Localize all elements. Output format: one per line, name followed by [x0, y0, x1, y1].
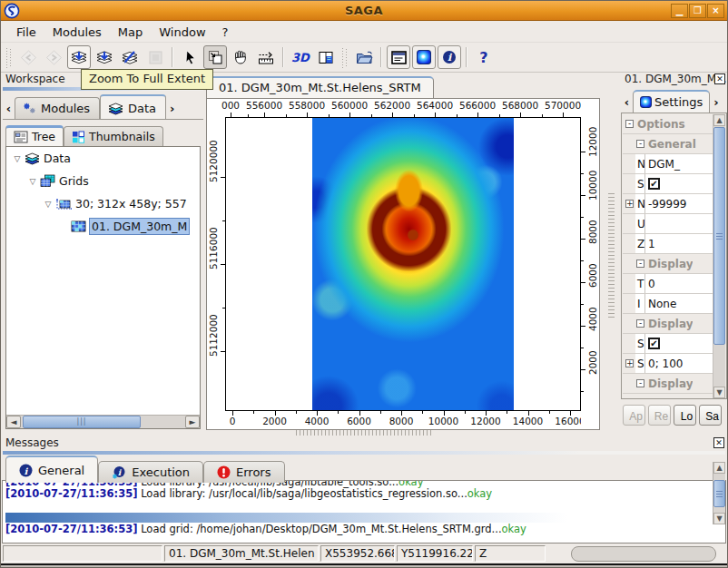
tab-errors[interactable]: Errors: [203, 461, 284, 483]
vertical-splitter[interactable]: [603, 73, 620, 435]
expander-icon[interactable]: ▽: [43, 200, 54, 209]
edit-layers-button[interactable]: [118, 45, 142, 69]
tree-item[interactable]: ▽Data: [6, 147, 200, 170]
close-button[interactable]: ×: [707, 4, 724, 18]
print-map-button[interactable]: [314, 45, 338, 69]
tabs-scroll-left[interactable]: ‹: [621, 95, 633, 113]
property-value[interactable]: 0; 100: [645, 357, 713, 370]
settings-row[interactable]: T0: [623, 274, 713, 294]
property-value[interactable]: -99999: [645, 198, 713, 211]
nav-forward-button[interactable]: [42, 45, 65, 69]
settings-row[interactable]: +S0; 100: [623, 354, 713, 374]
close-pane-icon[interactable]: ✕: [713, 437, 724, 448]
settings-section[interactable]: -Display: [623, 314, 713, 334]
settings-button-re[interactable]: Re: [648, 405, 671, 426]
checkbox-checked[interactable]: ✔: [648, 338, 660, 349]
menu-item-map[interactable]: Map: [110, 24, 151, 41]
horizontal-splitter[interactable]: [1, 429, 727, 436]
map-canvas[interactable]: [225, 117, 581, 411]
settings-section[interactable]: -Options: [623, 114, 713, 134]
settings-section[interactable]: -General: [623, 134, 713, 154]
scroll-right-button[interactable]: ►: [185, 416, 200, 428]
pan-hand-button[interactable]: [229, 45, 252, 69]
workspace-tabs-scroll-left[interactable]: ‹: [3, 102, 15, 119]
settings-button-ap[interactable]: Ap: [623, 405, 645, 426]
property-value[interactable]: 0: [645, 278, 713, 290]
zoom-full-extent-button[interactable]: [67, 45, 91, 69]
map-tab[interactable]: 01. DGM_30m_Mt.St.Helens_SRTM: [206, 76, 434, 98]
dem-mt-st-helens[interactable]: [312, 117, 514, 411]
tab-general[interactable]: iGeneral: [5, 455, 98, 483]
scrollbar-thumb[interactable]: [713, 480, 725, 507]
scroll-up-button[interactable]: ▲: [713, 462, 725, 474]
menu-item-modules[interactable]: Modules: [44, 24, 110, 41]
property-value[interactable]: ✔: [645, 338, 713, 349]
property-value[interactable]: ✔: [645, 178, 713, 190]
tab-execution[interactable]: iExecution: [98, 461, 203, 483]
toolbar-gripper[interactable]: [342, 46, 348, 68]
settings-button-sa[interactable]: Sa: [699, 405, 722, 426]
tree-item[interactable]: ▽Grids: [6, 170, 200, 192]
collapse-icon[interactable]: -: [636, 260, 644, 268]
settings-row[interactable]: S✔: [623, 334, 713, 354]
open-file-button[interactable]: [352, 45, 376, 69]
expand-icon[interactable]: +: [625, 359, 634, 367]
tabs-scroll-right[interactable]: ›: [710, 95, 722, 113]
expander-icon[interactable]: ▽: [27, 177, 38, 186]
expand-icon[interactable]: +: [625, 200, 634, 208]
workspace-tabs-scroll-right[interactable]: ›: [166, 102, 178, 119]
collapse-icon[interactable]: -: [636, 379, 644, 387]
tab-data[interactable]: Data: [100, 94, 166, 119]
help-button[interactable]: ?: [472, 45, 496, 69]
scroll-left-button[interactable]: ◄: [6, 416, 21, 428]
pointer-button[interactable]: [178, 45, 202, 69]
messages-caption[interactable]: Messages ✕: [2, 436, 726, 450]
property-value[interactable]: DGM_: [645, 158, 713, 171]
settings-section[interactable]: -Display: [623, 374, 713, 394]
show-settings-button[interactable]: [412, 45, 436, 69]
property-value[interactable]: None: [645, 298, 713, 310]
menu-item-help[interactable]: ?: [214, 24, 237, 41]
selected-log-line[interactable]: [5, 513, 567, 523]
settings-row[interactable]: INone: [623, 294, 713, 314]
settings-row[interactable]: +N-99999: [623, 194, 713, 214]
settings-row[interactable]: U: [623, 214, 713, 234]
collapse-icon[interactable]: -: [625, 120, 634, 128]
show-description-button[interactable]: i: [438, 45, 461, 69]
tree-item[interactable]: 01. DGM_30m_M: [6, 215, 200, 238]
measure-button[interactable]: [254, 45, 278, 69]
collapse-icon[interactable]: -: [636, 319, 644, 328]
tab-thumbnails[interactable]: Thumbnails: [64, 126, 163, 146]
show-properties-button[interactable]: [387, 45, 410, 69]
collapse-icon[interactable]: -: [636, 140, 644, 148]
scroll-down-button[interactable]: ▼: [713, 387, 725, 398]
view-3d-button[interactable]: 3D: [289, 45, 312, 69]
tree-horizontal-scrollbar[interactable]: ◄ ||| ►: [6, 415, 200, 428]
close-pane-icon[interactable]: ✕: [714, 73, 725, 84]
log-scrollbar[interactable]: ▲ ▼: [713, 462, 725, 524]
settings-caption[interactable]: 01. DGM_30m_M... ✕: [621, 73, 727, 86]
menu-item-window[interactable]: Window: [151, 24, 213, 41]
scroll-up-button[interactable]: ▲: [713, 114, 725, 126]
minimize-button[interactable]: ▁: [671, 4, 688, 18]
tab-tree[interactable]: Tree: [5, 125, 64, 146]
scroll-down-button[interactable]: ▼: [713, 513, 725, 524]
settings-row[interactable]: S✔: [623, 174, 713, 194]
tab-settings[interactable]: Settings: [633, 90, 710, 113]
zoom-tool-button[interactable]: [203, 45, 227, 69]
expander-icon[interactable]: ▽: [12, 154, 23, 163]
blank-box-button[interactable]: [143, 45, 167, 69]
titlebar[interactable]: SAGA ▁ ❒ ×: [1, 1, 727, 21]
restore-button[interactable]: ❒: [689, 4, 706, 18]
tree-item[interactable]: ▽30; 312x 458y; 557: [6, 192, 200, 215]
tab-modules[interactable]: Modules: [15, 97, 100, 119]
menu-item-file[interactable]: File: [8, 24, 44, 41]
settings-section[interactable]: -Display: [623, 254, 713, 274]
zoom-last-extent-button[interactable]: [93, 45, 116, 69]
scrollbar-thumb[interactable]: |||: [23, 416, 141, 428]
settings-row[interactable]: NDGM_: [623, 154, 713, 174]
settings-scrollbar[interactable]: ▲ ▼: [713, 114, 725, 398]
scrollbar-thumb[interactable]: [713, 127, 725, 345]
property-value[interactable]: 1: [645, 238, 713, 250]
checkbox-checked[interactable]: ✔: [648, 178, 660, 190]
